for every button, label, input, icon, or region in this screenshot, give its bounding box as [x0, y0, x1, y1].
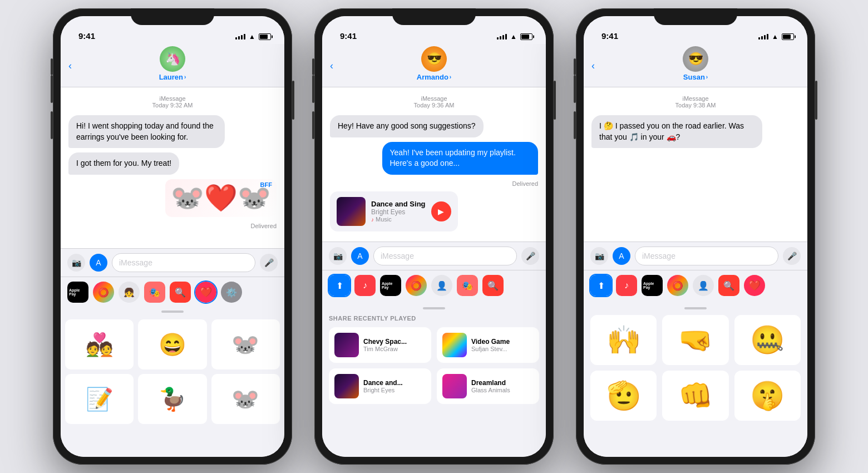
message-bubble-4: Yeah! I've been updating my playlist. He…	[382, 142, 539, 175]
music-artist-1: Bright Eyes	[371, 208, 426, 216]
contact-name-1[interactable]: Lauren ›	[159, 73, 186, 81]
delivered-label-1: Delivered	[68, 223, 277, 229]
battery-icon-2	[520, 33, 532, 40]
messages-area-3: iMessage Today 9:38 AM I 🤔 I passed you …	[584, 87, 807, 242]
recently-played-1[interactable]: Chevy Spac... Tim McGraw	[329, 327, 431, 363]
signal-bar-4	[244, 34, 245, 40]
memoji-4[interactable]: 🫡	[590, 371, 657, 421]
tray-heart-1[interactable]: ❤️	[195, 282, 216, 303]
appstore-button-1[interactable]: A	[90, 254, 107, 272]
screen-3: 9:41 ▲ ‹ 😎 Susan ›	[584, 16, 807, 457]
imessage-input-3[interactable]: iMessage	[635, 247, 778, 265]
panel-title-2: SHARE RECENTLY PLAYED	[329, 315, 539, 322]
memoji-2[interactable]: 🤜	[662, 315, 728, 365]
tray-applepay-3[interactable]: Apple Pay	[642, 275, 663, 296]
contact-name-2[interactable]: Armando ›	[417, 73, 451, 81]
sticker-4[interactable]: 📝	[65, 374, 134, 424]
tray-heart-3[interactable]: ❤️	[744, 275, 765, 296]
drag-handle-3[interactable]	[684, 307, 707, 309]
tray-music-2[interactable]: ♪	[354, 275, 376, 296]
tray-more-1[interactable]: ⚙️	[221, 282, 242, 303]
tray-item-4[interactable]: 🎭	[144, 282, 165, 303]
memoji-6[interactable]: 🤫	[734, 371, 801, 421]
memoji-grid-1: 🙌 🤜 🤐 🫡 👊 🤫	[590, 315, 801, 421]
drag-handle-1[interactable]	[161, 311, 184, 313]
message-bubble-2: I got them for you. My treat!	[68, 152, 179, 175]
music-item-info-2: Video Game Sufjan Stev...	[471, 338, 534, 352]
tray-item-5[interactable]: 🎭	[457, 275, 478, 296]
tray-memoji-1[interactable]: 👧	[119, 282, 140, 303]
message-bubble-1: Hi! I went shopping today and found the …	[68, 115, 225, 148]
back-button-2[interactable]: ‹	[330, 60, 333, 71]
status-time-2: 9:41	[336, 31, 357, 41]
battery-icon-1	[259, 33, 271, 40]
tray-apps-3[interactable]: ⬆	[590, 275, 611, 296]
music-item-artist-2: Sufjan Stev...	[471, 346, 534, 352]
recently-played-panel: SHARE RECENTLY PLAYED Chevy Spac... Tim …	[322, 300, 546, 457]
camera-button-3[interactable]: 📷	[590, 247, 608, 265]
music-thumb-dreamland	[442, 374, 467, 398]
notch-3	[654, 8, 737, 25]
music-card-1[interactable]: Dance and Sing Bright Eyes ♪ Music ▶	[330, 191, 458, 231]
tray-memoji-3[interactable]: 👤	[693, 275, 714, 296]
sticker-6[interactable]: 🐭	[211, 374, 280, 424]
appstore-button-3[interactable]: A	[613, 247, 630, 265]
volume-up-2	[312, 75, 314, 103]
drag-handle-2[interactable]	[423, 307, 445, 309]
chevron-right-2: ›	[450, 74, 451, 80]
recently-played-2[interactable]: Video Game Sufjan Stev...	[437, 327, 539, 363]
back-button-1[interactable]: ‹	[68, 60, 72, 71]
wifi-icon-3: ▲	[772, 33, 778, 41]
camera-button-2[interactable]: 📷	[329, 247, 347, 265]
audio-button-2[interactable]: 🎤	[521, 247, 539, 265]
volume-up-1	[51, 75, 53, 103]
notch-2	[392, 8, 476, 25]
tray-search-1[interactable]: 🔍	[170, 282, 191, 303]
tray-memoji-2[interactable]: 👤	[431, 275, 452, 296]
audio-button-3[interactable]: 🎤	[783, 247, 801, 265]
tray-applepay-1[interactable]: Apple Pay	[67, 282, 88, 303]
app-tray-2: ⬆ ♪ Apple Pay ⭕ 👤 🎭 🔍	[322, 270, 546, 300]
tray-search-3[interactable]: 🔍	[718, 275, 739, 296]
screen-2: 9:41 ▲ ‹ 😎 Armando ›	[322, 16, 546, 457]
contact-avatar-2: 😎	[421, 46, 447, 72]
sticker-2[interactable]: 😄	[138, 319, 206, 369]
contact-name-3[interactable]: Susan ›	[683, 73, 708, 81]
music-info-1: Dance and Sing Bright Eyes ♪ Music	[371, 200, 426, 223]
tray-music-3[interactable]: ♪	[616, 275, 637, 296]
imessage-input-2[interactable]: iMessage	[373, 247, 517, 265]
music-grid-1: Chevy Spac... Tim McGraw Video Game Sufj…	[329, 327, 539, 404]
memoji-1[interactable]: 🙌	[590, 315, 657, 365]
music-item-artist-1: Tim McGraw	[363, 346, 426, 352]
tray-applepay-2[interactable]: Apple Pay	[380, 275, 401, 296]
tray-search-2[interactable]: 🔍	[482, 275, 504, 296]
messages-area-2: iMessage Today 9:36 AM Hey! Have any goo…	[322, 87, 546, 242]
music-item-title-3: Dance and...	[363, 379, 426, 387]
audio-button-1[interactable]: 🎤	[260, 254, 278, 272]
tray-apps-2[interactable]: ⬆	[329, 275, 350, 296]
recently-played-3[interactable]: Dance and... Bright Eyes	[329, 368, 431, 404]
delivered-label-2: Delivered	[330, 180, 538, 187]
sticker-area-1: BFF 🐭❤️🐭	[165, 179, 277, 217]
phone-1: 9:41 ▲ ‹ 🦄 Lauren ›	[53, 8, 292, 465]
memoji-panel: 🙌 🤜 🤐 🫡 👊 🤫	[584, 300, 807, 457]
music-thumb-dance	[334, 374, 359, 398]
memoji-5[interactable]: 👊	[662, 371, 728, 421]
memoji-3[interactable]: 🤐	[734, 315, 801, 365]
sticker-3[interactable]: 🐭	[211, 319, 280, 369]
volume-down-2	[312, 111, 314, 139]
tray-rainbow-1[interactable]: ⭕	[93, 282, 114, 303]
sticker-1[interactable]: 💑	[65, 319, 134, 369]
tray-rainbow-2[interactable]: ⭕	[406, 275, 427, 296]
appstore-button-2[interactable]: A	[351, 247, 369, 265]
music-source-1: ♪ Music	[371, 216, 426, 223]
camera-button-1[interactable]: 📷	[67, 254, 85, 272]
tray-rainbow-3[interactable]: ⭕	[667, 275, 688, 296]
imessage-input-1[interactable]: iMessage	[112, 253, 255, 272]
battery-icon-3	[782, 33, 794, 40]
recently-played-4[interactable]: Dreamland Glass Animals	[437, 368, 539, 404]
back-button-3[interactable]: ‹	[591, 60, 595, 71]
input-bar-3: 📷 A iMessage 🎤	[584, 242, 807, 270]
sticker-5[interactable]: 🦆	[138, 374, 206, 424]
play-button-1[interactable]: ▶	[431, 201, 451, 221]
